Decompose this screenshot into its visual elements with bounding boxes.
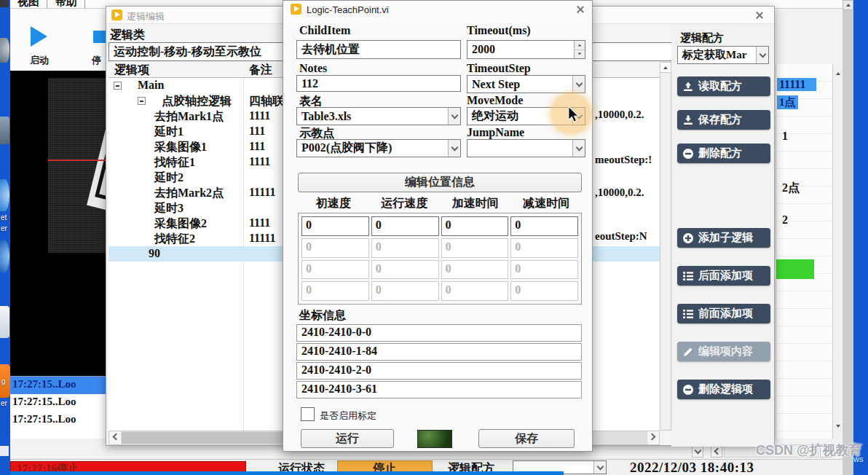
scroll-left-icon[interactable] bbox=[109, 431, 121, 444]
tree-row-note: 111 bbox=[249, 125, 265, 138]
expander-icon[interactable] bbox=[138, 97, 146, 105]
speed-cell[interactable]: 0 bbox=[371, 216, 439, 236]
chevron-down-icon[interactable] bbox=[448, 140, 460, 157]
list-item[interactable]: 2 bbox=[782, 213, 788, 227]
insert-item-button[interactable]: 前面添加项 bbox=[677, 304, 770, 323]
list-item[interactable]: 1点 bbox=[777, 95, 798, 109]
content-fragment: ,10000,0.2. bbox=[595, 187, 644, 199]
desktop-icon-fragment[interactable] bbox=[0, 446, 9, 456]
speed-cell[interactable]: 0 bbox=[510, 216, 578, 236]
speed-cell[interactable]: 0 bbox=[301, 216, 369, 236]
coord-item[interactable]: 2410-2410-2-0 bbox=[296, 362, 582, 380]
list-item[interactable]: 11111 bbox=[777, 78, 816, 91]
button-label: 后面添加项 bbox=[698, 269, 753, 283]
speed-cell: 0 bbox=[371, 281, 439, 301]
add-sub-logic-button[interactable]: 添加子逻辑 bbox=[677, 228, 770, 248]
speed-cell[interactable]: 0 bbox=[441, 216, 509, 236]
menu-view[interactable]: 视图 bbox=[10, 0, 47, 9]
append-item-button[interactable]: 后面添加项 bbox=[677, 266, 770, 286]
timeout-step-label: TimeoutStep bbox=[467, 62, 531, 75]
button-label: 添加子逻辑 bbox=[698, 231, 753, 245]
chevron-down-icon[interactable] bbox=[572, 140, 585, 157]
chevron-down-icon[interactable] bbox=[572, 76, 585, 93]
speed-header: 运行速度 bbox=[369, 196, 441, 211]
start-button[interactable]: 启动 bbox=[30, 54, 49, 67]
list-vertical-scrollbar[interactable] bbox=[832, 64, 843, 439]
chevron-down-icon[interactable] bbox=[448, 108, 460, 125]
chevron-down-icon[interactable] bbox=[593, 461, 606, 474]
jump-name-select[interactable] bbox=[467, 139, 585, 157]
folder-icon[interactable] bbox=[0, 117, 9, 144]
delete-item-button[interactable]: 删除逻辑项 bbox=[677, 380, 770, 399]
log-row[interactable]: 17:27:15..Loo bbox=[10, 377, 106, 394]
speed-table-headers: 初速度 运行速度 加速时间 减速时间 bbox=[298, 196, 582, 211]
save-button[interactable]: 保存 bbox=[478, 429, 575, 448]
scroll-up-icon[interactable] bbox=[833, 68, 843, 79]
spinner-buttons[interactable] bbox=[574, 41, 585, 58]
speed-header: 加速时间 bbox=[440, 196, 511, 211]
start-icon[interactable] bbox=[31, 26, 47, 47]
edit-item-button[interactable]: 编辑项内容 bbox=[677, 342, 770, 361]
desktop-icon-label: er bbox=[1, 399, 7, 407]
coord-item[interactable]: 2410-2410-1-84 bbox=[296, 343, 582, 361]
upload-icon bbox=[682, 81, 694, 93]
stop-icon[interactable] bbox=[93, 31, 106, 43]
save-recipe-button[interactable]: 保存配方 bbox=[677, 110, 770, 130]
list-item[interactable]: 2点 bbox=[782, 181, 800, 196]
button-label: 前面添加项 bbox=[698, 307, 753, 321]
logic-class-value: 运动控制-移动-移动至示教位 bbox=[109, 44, 261, 60]
tree-row-label: Main bbox=[138, 79, 164, 92]
menu-help[interactable]: 帮助 bbox=[48, 0, 85, 9]
chevron-down-icon[interactable] bbox=[756, 47, 768, 63]
notes-input[interactable]: 112 bbox=[296, 75, 461, 92]
numbered-list-icon bbox=[682, 308, 694, 320]
close-icon[interactable] bbox=[575, 4, 585, 15]
list-item[interactable]: 1 bbox=[782, 130, 788, 143]
scroll-right-icon[interactable] bbox=[647, 431, 659, 444]
camera-view bbox=[10, 71, 106, 376]
tree-row-label: 采集图像1 bbox=[154, 140, 207, 155]
table-name-value: Table3.xls bbox=[297, 110, 351, 123]
speed-cell: 0 bbox=[510, 281, 578, 301]
vi-icon bbox=[291, 4, 301, 15]
run-button[interactable]: 运行 bbox=[301, 429, 394, 448]
column-note-header: 备注 bbox=[249, 63, 272, 78]
button-label: 保存配方 bbox=[698, 113, 742, 127]
log-row[interactable]: 17:27:15..Loo bbox=[10, 394, 106, 412]
speed-cell: 0 bbox=[301, 238, 369, 258]
logic-class-label: 逻辑类 bbox=[110, 28, 145, 43]
close-icon[interactable] bbox=[754, 10, 764, 20]
scroll-down-icon[interactable] bbox=[833, 421, 843, 431]
tree-row-label: 去拍Mark2点 bbox=[154, 186, 224, 201]
desktop-icon-fragment[interactable] bbox=[0, 0, 9, 7]
tree-row-note: 11111 bbox=[249, 186, 275, 199]
main-vertical-scrollbar[interactable] bbox=[843, 0, 853, 475]
calibration-checkbox[interactable] bbox=[301, 407, 315, 421]
stop-button[interactable]: 停 bbox=[92, 54, 101, 67]
teach-point-select[interactable]: P002(点胶阀下降) bbox=[296, 139, 461, 157]
log-row[interactable]: 17:27:15..Loo bbox=[10, 412, 106, 429]
edit-position-button[interactable]: 编辑位置信息 bbox=[298, 173, 582, 192]
computer-icon[interactable] bbox=[0, 38, 9, 63]
screen: et er g er 视图 帮助 启动 停 bbox=[0, 0, 868, 475]
recipe-select[interactable]: 标定获取Mar bbox=[677, 46, 769, 64]
browser-icon[interactable] bbox=[0, 240, 9, 272]
tree-row-note: 四轴联 bbox=[249, 94, 284, 109]
netdisk-icon[interactable] bbox=[0, 306, 9, 338]
table-name-select[interactable]: Table3.xls bbox=[296, 107, 461, 125]
watermark: CSDN @扩视教育 bbox=[756, 441, 862, 459]
coord-item[interactable]: 2410-2410-3-61 bbox=[296, 381, 582, 399]
scroll-up-icon[interactable] bbox=[660, 63, 671, 73]
coord-item[interactable]: 2410-2410-0-0 bbox=[296, 324, 582, 342]
timeout-step-select[interactable]: Next Step bbox=[467, 75, 585, 93]
delete-recipe-button[interactable]: 删除配方 bbox=[677, 144, 770, 163]
editor-vertical-scrollbar[interactable] bbox=[660, 62, 671, 431]
scroll-up-icon[interactable] bbox=[843, 0, 853, 10]
jump-name-label: JumpName bbox=[467, 126, 524, 139]
tree-row-label: 采集图像2 bbox=[154, 216, 207, 232]
child-item-input[interactable]: 去待机位置 bbox=[296, 40, 461, 59]
read-recipe-button[interactable]: 读取配方 bbox=[677, 76, 770, 96]
expander-icon[interactable] bbox=[114, 82, 122, 90]
timeout-spinner[interactable]: 2000 bbox=[467, 40, 585, 59]
internet-explorer-icon[interactable] bbox=[0, 179, 9, 211]
